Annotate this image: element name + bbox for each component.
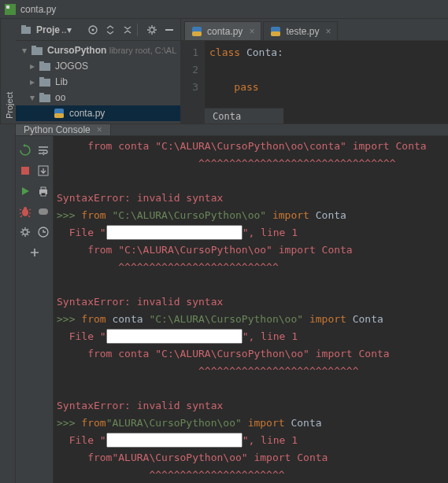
project-tool-window: Proje..▾ ▾ CursoPython library root, C:\… [16, 19, 181, 124]
project-icon [20, 24, 31, 35]
svg-rect-12 [39, 94, 50, 102]
svg-rect-1 [21, 25, 26, 28]
settings-icon[interactable] [18, 225, 32, 239]
tree-file-conta[interactable]: conta.py [16, 105, 180, 121]
editor-tabbar: conta.py× teste.py× [181, 19, 448, 41]
tab-teste[interactable]: teste.py× [263, 21, 338, 40]
svg-rect-15 [54, 113, 64, 118]
svg-rect-6 [31, 47, 43, 55]
tree-folder-lib[interactable]: ▸ Lib [16, 74, 180, 90]
svg-rect-10 [39, 79, 50, 87]
svg-rect-19 [271, 31, 280, 36]
print-icon[interactable] [36, 184, 50, 198]
console-toolbar [16, 136, 54, 483]
tree-root[interactable]: ▾ CursoPython library root, C:\AL [16, 42, 180, 58]
svg-rect-13 [39, 93, 44, 95]
console-tab[interactable]: Python Console× [16, 124, 111, 135]
close-icon[interactable]: × [97, 124, 102, 135]
stop-icon[interactable] [18, 164, 32, 178]
svg-rect-0 [21, 27, 31, 34]
breadcrumb[interactable]: Conta [205, 108, 283, 124]
toolwindow-project[interactable]: Project [2, 92, 14, 119]
editor-area: conta.py× teste.py× 123 class Conta: pas… [181, 19, 448, 124]
svg-point-4 [150, 28, 154, 32]
close-icon[interactable]: × [325, 26, 331, 37]
svg-rect-11 [39, 77, 44, 79]
code-editor[interactable]: 123 class Conta: pass Conta [181, 41, 448, 124]
left-toolwindow-bar[interactable]: Project [0, 19, 16, 124]
svg-rect-8 [39, 63, 50, 71]
svg-rect-7 [31, 46, 36, 48]
project-tree[interactable]: ▾ CursoPython library root, C:\AL ▸ JOGO… [16, 41, 180, 121]
svg-rect-23 [41, 187, 46, 190]
locate-icon[interactable] [87, 24, 99, 36]
console-output[interactable]: from conta "C:\ALURA\CursoPython\oo\cont… [54, 136, 448, 483]
project-header: Proje..▾ [16, 19, 180, 41]
svg-rect-20 [21, 167, 29, 175]
add-icon[interactable] [28, 245, 42, 260]
rerun-icon[interactable] [18, 143, 32, 157]
console-tabbar: Python Console× [16, 124, 448, 136]
gear-icon[interactable] [146, 24, 158, 36]
window-titlebar: conta.py [0, 0, 448, 19]
svg-rect-24 [41, 193, 46, 196]
history-icon[interactable] [36, 225, 50, 239]
scroll-icon[interactable] [36, 164, 50, 178]
svg-rect-5 [165, 29, 173, 31]
hide-icon[interactable] [163, 24, 176, 36]
svg-rect-17 [192, 31, 202, 36]
wrap-icon[interactable] [36, 143, 50, 157]
line-gutter: 123 [181, 41, 205, 124]
window-title: conta.py [20, 4, 56, 15]
svg-point-26 [24, 207, 27, 210]
vars-icon[interactable] [36, 205, 50, 219]
svg-point-3 [92, 28, 94, 31]
tab-conta[interactable]: conta.py× [184, 21, 261, 40]
tree-folder-oo[interactable]: ▾ oo [16, 90, 180, 105]
project-label: Proje [36, 24, 60, 35]
app-icon [5, 4, 16, 15]
run-icon[interactable] [18, 184, 32, 198]
tree-folder-jogos[interactable]: ▸ JOGOS [16, 58, 180, 74]
svg-point-28 [23, 230, 28, 234]
svg-rect-27 [39, 208, 48, 215]
svg-rect-9 [39, 61, 44, 64]
debug-icon[interactable] [18, 205, 32, 219]
left-toolwindow-bar-bottom[interactable] [0, 124, 16, 483]
expand-all-icon[interactable] [104, 24, 117, 36]
close-icon[interactable]: × [249, 26, 254, 37]
collapse-all-icon[interactable] [121, 24, 134, 36]
